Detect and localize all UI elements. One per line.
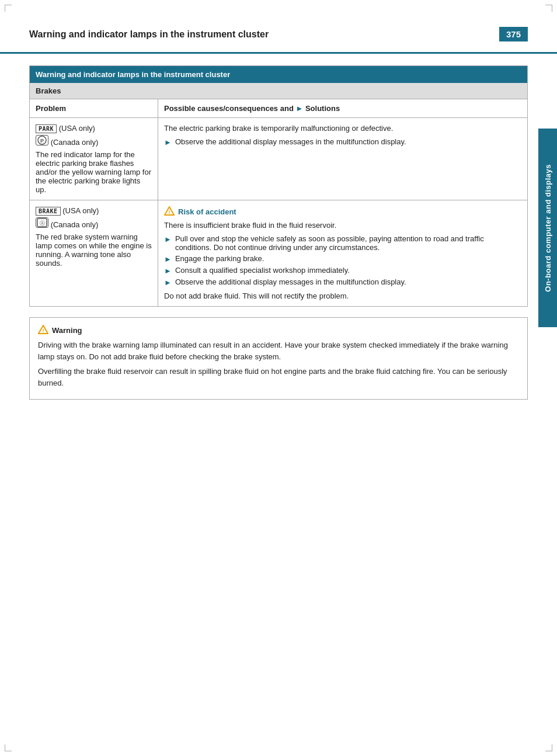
table-header-row: Warning and indicator lamps in the instr… (30, 66, 528, 84)
svg-text:!: ! (169, 209, 170, 215)
risk-bullet-4: ► Observe the additional display message… (164, 278, 521, 287)
risk-bullet-text-2: Engage the parking brake. (175, 254, 264, 263)
risk-bullet-text-3: Consult a qualified specialist workshop … (175, 266, 350, 275)
corner-mark-tl (5, 5, 12, 12)
badge-brake-row: BRAKE (USA only) (36, 206, 152, 216)
badge-p-row: P (Canada only) (36, 135, 152, 147)
problem-cell-2: BRAKE (USA only) Ⓐ (Canada only) The red… (30, 200, 158, 307)
col-solutions-label: Solutions (303, 104, 340, 113)
page-header: Warning and indicator lamps in the instr… (0, 16, 557, 54)
risk-heading: ! Risk of accident (164, 206, 521, 217)
arrow-icon: ► (164, 138, 172, 147)
warning-para-1: Driving with the brake warning lamp illu… (38, 339, 519, 362)
arrow-icon: ► (164, 266, 172, 275)
section-header-cell: Brakes (30, 83, 528, 99)
risk-heading-text: Risk of accident (178, 207, 236, 216)
warning-triangle: ! (38, 325, 48, 334)
page-header-title: Warning and indicator lamps in the instr… (29, 29, 269, 40)
right-tab-label: On-board computer and displays (544, 164, 552, 292)
svg-text:Ⓐ: Ⓐ (40, 220, 45, 226)
badge-brake: BRAKE (36, 207, 61, 216)
badge-p-circle: P (36, 135, 48, 145)
problem-cell-1: PARK (USA only) P (Canada only) The red … (30, 118, 158, 200)
risk-footer: Do not add brake fluid. This will not re… (164, 292, 521, 300)
badge-park-row: PARK (USA only) (36, 124, 152, 133)
risk-intro: There is insufficient brake fluid in the… (164, 221, 521, 230)
corner-mark-tr (545, 5, 552, 12)
risk-bullet-1: ► Pull over and stop the vehicle safely … (164, 234, 521, 252)
badge-brake-circle-suffix: (Canada only) (51, 220, 99, 229)
solutions-intro-1: The electric parking brake is temporaril… (164, 124, 521, 133)
main-content: Warning and indicator lamps in the instr… (0, 54, 557, 417)
problem-text-2: The red brake system warning lamp comes … (36, 233, 152, 268)
col-solutions-text: Possible causes/consequences and (164, 104, 295, 113)
badge-brake-suffix: (USA only) (62, 206, 99, 215)
corner-mark-bl (5, 744, 12, 751)
arrow-icon: ► (164, 235, 172, 244)
badge-brake-circle: Ⓐ (36, 217, 48, 228)
right-side-tab: On-board computer and displays (538, 129, 557, 327)
risk-bullet-2: ► Engage the parking brake. (164, 254, 521, 263)
bullet-text-1-1: Observe the additional display messages … (175, 137, 406, 146)
corner-mark-br (545, 744, 552, 751)
bullet-1-1: ► Observe the additional display message… (164, 137, 521, 147)
col-header-problem: Problem (30, 99, 158, 118)
risk-triangle-icon: ! (164, 206, 175, 217)
risk-bullet-text-4: Observe the additional display messages … (175, 278, 406, 286)
risk-bullet-text-1: Pull over and stop the vehicle safely as… (175, 234, 521, 252)
warning-para-2: Overfilling the brake fluid reservoir ca… (38, 366, 519, 389)
arrow-icon: ► (164, 278, 172, 287)
park-p-icon: P (37, 136, 47, 145)
brakes-table: Warning and indicator lamps in the instr… (29, 65, 528, 307)
problem-text-1: The red indicator lamp for the electric … (36, 150, 152, 194)
warning-box-heading: ! Warning (38, 325, 519, 336)
badge-park-suffix: (USA only) (59, 124, 95, 133)
arrow-icon: ► (164, 255, 172, 263)
badge-brake-circle-row: Ⓐ (Canada only) (36, 217, 152, 229)
table-row: BRAKE (USA only) Ⓐ (Canada only) The red… (30, 200, 528, 307)
warning-box: ! Warning Driving with the brake warning… (29, 317, 528, 400)
col-header-row: Problem Possible causes/consequences and… (30, 99, 528, 118)
table-header-cell: Warning and indicator lamps in the instr… (30, 66, 528, 84)
page-number: 375 (499, 27, 528, 41)
risk-warning-triangle: ! (164, 206, 175, 216)
section-header-row: Brakes (30, 83, 528, 99)
svg-text:P: P (40, 138, 44, 144)
svg-text:!: ! (43, 328, 44, 334)
solutions-cell-2: ! Risk of accident There is insufficient… (158, 200, 528, 307)
brake-circle-icon: Ⓐ (37, 218, 47, 227)
warning-triangle-icon: ! (38, 325, 48, 336)
solutions-cell-1: The electric parking brake is temporaril… (158, 118, 528, 200)
badge-p-suffix: (Canada only) (51, 138, 99, 147)
risk-bullet-3: ► Consult a qualified specialist worksho… (164, 266, 521, 275)
warning-box-title: Warning (52, 326, 82, 335)
col-header-solutions: Possible causes/consequences and ► Solut… (158, 99, 528, 118)
badge-park: PARK (36, 124, 57, 133)
col-solutions-arrow: ► (295, 104, 303, 113)
table-row: PARK (USA only) P (Canada only) The red … (30, 118, 528, 200)
